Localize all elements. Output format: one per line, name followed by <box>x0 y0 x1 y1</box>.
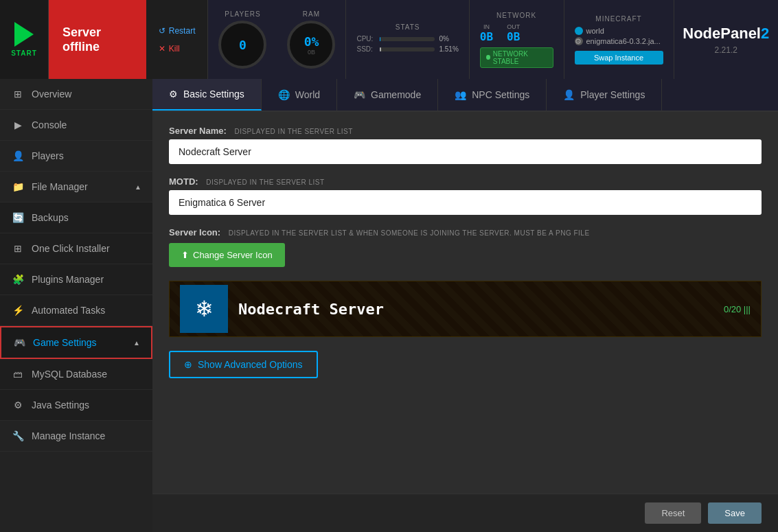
backup-icon: 🔄 <box>11 211 25 224</box>
sidebar-item-overview[interactable]: ⊞ Overview <box>0 79 152 110</box>
sidebar-label-automated: Automated Tasks <box>32 305 105 316</box>
sidebar-label-players: Players <box>32 150 64 161</box>
kill-button[interactable]: ✕ Kill <box>153 42 201 56</box>
grid-icon: ⊞ <box>11 87 25 101</box>
ssd-value: 1.51% <box>439 45 458 53</box>
world-tab-label: World <box>295 89 320 100</box>
world-tab-icon: 🌐 <box>278 89 290 100</box>
sidebar-label-one-click: One Click Installer <box>32 243 110 254</box>
nodepanel-logo: NodePanel2 2.21.2 <box>674 0 779 79</box>
motd-group: MOTD: DISPLAYED IN THE SERVER LIST <box>169 176 762 215</box>
snowflake-icon: ❄ <box>195 296 214 322</box>
sidebar-item-one-click[interactable]: ⊞ One Click Installer <box>0 233 152 264</box>
net-out-value: 0B <box>507 30 520 43</box>
save-button[interactable]: Save <box>708 502 762 524</box>
nodepanel-title-suffix: 2 <box>761 25 769 42</box>
app-container: START Server offline ↺ Restart ✕ Kill PL… <box>0 0 778 532</box>
ssd-stat-row: SSD: 1.51% <box>356 45 458 53</box>
mod-icon: ⚙ <box>575 37 583 45</box>
sidebar-item-manage[interactable]: 🔧 Manage Instance <box>0 421 152 452</box>
sidebar-label-java: Java Settings <box>32 400 89 410</box>
sidebar-item-automated[interactable]: ⚡ Automated Tasks <box>0 295 152 326</box>
server-preview: ❄ Nodecraft Server 0/20 ||| <box>169 281 762 337</box>
network-dot-icon <box>486 55 490 60</box>
sidebar-item-backups[interactable]: 🔄 Backups <box>0 203 152 233</box>
net-out-label: OUT <box>507 23 520 30</box>
plus-circle-icon: ⊕ <box>184 359 192 370</box>
minecraft-panel: Minecraft world ⚙ enigmatica6-0.3.2.ja..… <box>564 0 674 79</box>
installer-icon: ⊞ <box>11 242 25 255</box>
java-settings-icon: ⚙ <box>11 398 25 412</box>
ram-gauge-sub: 0B <box>308 49 315 56</box>
server-preview-icon: ❄ <box>180 285 228 333</box>
motd-input[interactable] <box>169 190 762 215</box>
terminal-icon: ▶ <box>11 118 25 132</box>
sidebar-label-game-settings: Game Settings <box>33 337 97 348</box>
show-advanced-options-button[interactable]: ⊕ Show Advanced Options <box>169 351 318 378</box>
start-button[interactable]: START <box>0 0 49 79</box>
world-icon <box>575 27 583 35</box>
ram-gauge-circle: 0% 0B <box>287 21 335 69</box>
server-name-label: Server Name: DISPLAYED IN THE SERVER LIS… <box>169 126 762 136</box>
upload-icon: ⬆ <box>181 250 189 260</box>
restart-icon: ↺ <box>159 26 165 36</box>
sidebar-label-mysql: MySQL Database <box>32 369 107 380</box>
sidebar-item-mysql[interactable]: 🗃 MySQL Database <box>0 359 152 390</box>
tab-basic-settings[interactable]: ⚙ Basic Settings <box>152 79 262 111</box>
sidebar-item-java[interactable]: ⚙ Java Settings <box>0 390 152 421</box>
sidebar-label-console: Console <box>32 119 67 130</box>
tab-bar: ⚙ Basic Settings 🌐 World 🎮 Gamemode 👥 NP… <box>152 79 778 112</box>
motd-sublabel: DISPLAYED IN THE SERVER LIST <box>206 178 324 186</box>
gamepad-icon: 🎮 <box>12 336 26 349</box>
change-server-icon-button[interactable]: ⬆ Change Server Icon <box>169 243 285 267</box>
cpu-stat-row: CPU: 0% <box>356 35 458 43</box>
ram-gauge: RAM 0% 0B <box>277 0 345 79</box>
sidebar-item-game-settings[interactable]: 🎮 Game Settings ▲ <box>0 326 152 359</box>
server-icon-sublabel: DISPLAYED IN THE SERVER LIST & WHEN SOME… <box>229 229 590 237</box>
gamemode-tab-label: Gamemode <box>371 89 421 100</box>
mod-info-row: ⚙ enigmatica6-0.3.2.ja... <box>575 37 663 45</box>
sidebar-item-console[interactable]: ▶ Console <box>0 110 152 141</box>
sidebar-item-file-manager[interactable]: 📁 File Manager ▲ <box>0 172 152 203</box>
player-settings-tab-icon: 👤 <box>563 89 575 100</box>
restart-label: Restart <box>169 26 196 36</box>
world-info-row: world <box>575 27 663 35</box>
person-icon: 👤 <box>11 149 25 163</box>
sidebar-label-plugins: Plugins Manager <box>32 274 104 285</box>
swap-instance-button[interactable]: Swap Instance <box>575 51 663 65</box>
tab-npc[interactable]: 👥 NPC Settings <box>438 79 547 111</box>
tasks-icon: ⚡ <box>11 303 25 317</box>
motd-label: MOTD: DISPLAYED IN THE SERVER LIST <box>169 176 762 187</box>
net-in-label: IN <box>483 23 490 30</box>
server-name-group: Server Name: DISPLAYED IN THE SERVER LIS… <box>169 126 762 164</box>
network-status-text: NETWORK STABLE <box>493 50 547 65</box>
server-name-input[interactable] <box>169 139 762 164</box>
server-status-text: Server offline <box>62 25 133 54</box>
reset-button[interactable]: Reset <box>645 502 701 524</box>
content-panel: ⚙ Basic Settings 🌐 World 🎮 Gamemode 👥 NP… <box>152 79 778 532</box>
sidebar-item-plugins[interactable]: 🧩 Plugins Manager <box>0 264 152 295</box>
sidebar: ⊞ Overview ▶ Console 👤 Players 📁 File Ma… <box>0 79 152 532</box>
player-settings-tab-label: Player Settings <box>580 89 645 100</box>
server-icon-group: Server Icon: DISPLAYED IN THE SERVER LIS… <box>169 227 762 267</box>
ssd-label: SSD: <box>356 45 376 53</box>
start-label: START <box>11 49 37 57</box>
network-title: NETWORK <box>480 12 553 19</box>
start-triangle-icon <box>14 22 34 47</box>
main-area: ⊞ Overview ▶ Console 👤 Players 📁 File Ma… <box>0 79 778 532</box>
tab-gamemode[interactable]: 🎮 Gamemode <box>337 79 438 111</box>
cpu-value: 0% <box>439 35 458 43</box>
tab-player-settings[interactable]: 👤 Player Settings <box>547 79 662 111</box>
sidebar-label-backups: Backups <box>32 212 69 223</box>
sidebar-item-players[interactable]: 👤 Players <box>0 141 152 172</box>
content-footer: Reset Save <box>152 494 778 532</box>
nodepanel-version: 2.21.2 <box>715 45 737 55</box>
tab-world[interactable]: 🌐 World <box>262 79 337 111</box>
cpu-label: CPU: <box>356 35 376 43</box>
server-preview-name: Nodecraft Server <box>238 301 724 318</box>
ssd-bar-bg <box>380 47 435 51</box>
ram-gauge-value: 0% <box>304 34 319 49</box>
restart-button[interactable]: ↺ Restart <box>153 24 201 38</box>
kill-label: Kill <box>169 44 180 54</box>
manage-icon: 🔧 <box>11 429 25 443</box>
